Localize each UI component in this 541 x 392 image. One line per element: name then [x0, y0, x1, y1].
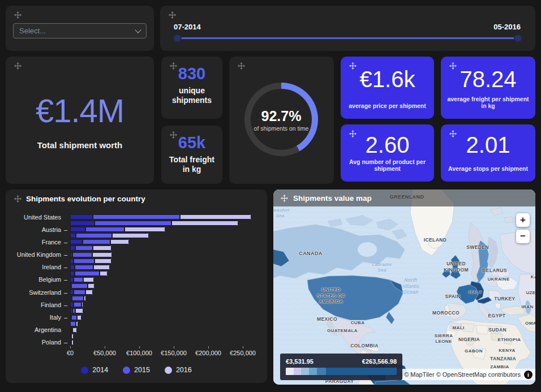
filter-card: Select... — [6, 6, 154, 51]
bar-segment — [76, 233, 113, 238]
bar-segment — [72, 252, 92, 257]
bar-segment — [124, 227, 165, 232]
bar-row — [12, 321, 263, 326]
axis-tick-dash: – — [61, 239, 70, 245]
bar-row — [12, 334, 263, 339]
legend-dot — [123, 367, 130, 374]
bar-stack — [70, 340, 74, 345]
bar-row: Poland– — [12, 340, 263, 345]
shipments-map-card: GREENLANDCANADAICELANDSWEDENUNITED KINGD… — [273, 189, 535, 385]
avg-price-card: €1.6k average price per shipment — [341, 57, 434, 119]
ontime-label: of shipments on time — [251, 125, 312, 132]
bar-segment — [83, 239, 110, 244]
bar-row: United Kingdom– — [12, 252, 263, 257]
bar-segment — [112, 233, 149, 238]
bar-row-label: United States — [12, 214, 61, 221]
dashboard: Select... 07-2014 05-2016 €1.4M Total sh… — [0, 0, 541, 392]
bar-row: United States — [12, 214, 263, 219]
legend-dot — [165, 367, 172, 374]
bar-segment — [74, 259, 95, 264]
x-tick-label: €150,000 — [161, 350, 187, 356]
bar-segment — [70, 233, 76, 238]
bar-row — [12, 259, 263, 264]
bar-segment — [76, 321, 78, 326]
bar-row-label: Argentina — [12, 326, 61, 333]
drag-handle-icon[interactable] — [280, 194, 289, 203]
bar-segment — [70, 265, 75, 270]
bar-segment — [93, 265, 110, 270]
slider-handle-end[interactable] — [514, 34, 522, 42]
total-worth-value: €1.4M — [6, 92, 154, 130]
legend-dot — [81, 367, 88, 374]
country-select[interactable]: Select... — [13, 23, 147, 38]
zoom-in-button[interactable]: + — [516, 213, 530, 227]
info-icon[interactable]: i — [524, 371, 533, 379]
select-placeholder: Select... — [19, 27, 136, 35]
legend-item[interactable]: 2015 — [123, 366, 150, 374]
drag-handle-icon[interactable] — [14, 195, 22, 203]
axis-tick-dash: – — [61, 314, 70, 321]
avg-products-label: Avg number of product per shipment — [344, 158, 431, 172]
bar-stack — [70, 321, 78, 326]
bar-row-label: United Kingdom — [12, 251, 61, 258]
drag-handle-icon[interactable] — [14, 62, 22, 70]
bar-stack — [70, 252, 112, 257]
bar-stack — [70, 334, 74, 339]
drag-handle-icon[interactable] — [168, 11, 177, 19]
slider-start-label: 07-2014 — [174, 23, 201, 31]
drag-handle-icon[interactable] — [237, 62, 246, 70]
bar-row — [12, 221, 263, 226]
map-title: Shipments value map — [293, 194, 372, 203]
unique-shipments-label: unique shipments — [166, 86, 218, 105]
bar-segment — [71, 283, 88, 288]
bar-stack — [70, 214, 251, 219]
bar-segment — [75, 271, 100, 276]
bar-stack — [70, 239, 129, 244]
bar-row — [12, 245, 263, 251]
bar-segment — [95, 259, 112, 264]
bar-stack — [70, 290, 93, 295]
bar-segment — [93, 245, 111, 251]
avg-freight-label: average freight per shipment in kg — [444, 96, 532, 109]
bar-segment — [180, 214, 251, 219]
bar-segment — [75, 245, 93, 251]
map-color-legend: €3,531.95 €263,566.98 — [280, 354, 402, 380]
bar-row-label: Switzerland — [12, 289, 61, 296]
slider-end-label: 05-2016 — [493, 23, 521, 31]
bar-x-axis: €0€50,000€100,000€150,000€200,000€250,00… — [70, 346, 261, 361]
bar-row: France– — [12, 239, 263, 244]
bar-segment — [93, 214, 180, 219]
map-legend-min: €3,531.95 — [286, 358, 314, 365]
avg-stops-label: Average stops per shipment — [444, 165, 532, 172]
ontime-percent: 92.7% — [251, 108, 312, 124]
bar-row-label: Poland — [12, 339, 61, 346]
bar-segment — [72, 296, 84, 301]
avg-freight-card: 78.24 average freight per shipment in kg — [441, 57, 535, 119]
date-range-card: 07-2014 05-2016 — [160, 6, 535, 51]
avg-products-value: 2.60 — [341, 132, 434, 158]
axis-tick-dash: – — [61, 276, 70, 283]
bar-segment — [71, 315, 76, 320]
bar-stack — [70, 277, 94, 282]
date-range-slider-track[interactable] — [177, 37, 518, 39]
on-time-card: 92.7% of shipments on time — [229, 57, 334, 184]
bar-row-label: France — [12, 239, 61, 245]
bar-segment — [70, 245, 75, 251]
bar-row: Austria– — [12, 227, 263, 232]
legend-label: 2015 — [134, 366, 150, 374]
bar-segment — [95, 221, 172, 226]
drag-handle-icon[interactable] — [14, 11, 22, 19]
zoom-out-button[interactable]: − — [516, 230, 530, 243]
unique-shipments-value: 830 — [161, 64, 222, 83]
legend-item[interactable]: 2014 — [81, 366, 108, 374]
legend-label: 2014 — [92, 366, 108, 374]
bar-row: Switzerland– — [12, 290, 263, 295]
bar-stack — [70, 302, 83, 307]
ontime-ring: 92.7% of shipments on time — [244, 83, 318, 156]
slider-handle-start[interactable] — [173, 34, 182, 42]
axis-tick-dash: – — [61, 289, 70, 296]
bar-segment — [84, 296, 86, 301]
shipments-evolution-card: Shipments evolution per country United S… — [6, 189, 267, 383]
legend-item[interactable]: 2016 — [165, 366, 192, 374]
axis-tick-dash: – — [61, 301, 70, 308]
